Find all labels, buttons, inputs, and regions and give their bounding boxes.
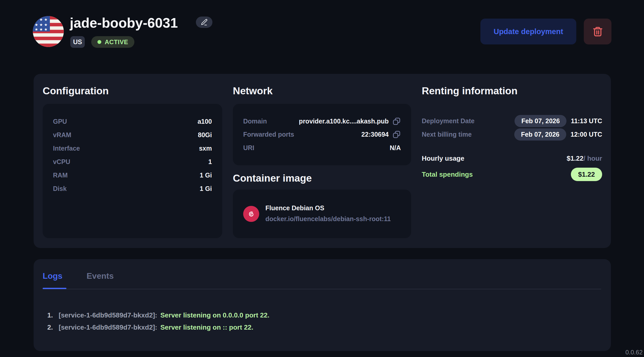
config-row-vram: vRAM 80Gi — [53, 128, 212, 142]
log-message: Server listening on :: port 22. — [160, 323, 253, 331]
total-spendings-label: Total spendings — [422, 170, 473, 178]
forwarded-ports-value: 22:30694 — [361, 131, 389, 138]
copy-icon — [392, 130, 401, 139]
network-row-forwarded-ports: Forwarded ports 22:30694 — [243, 128, 401, 141]
hourly-usage-suffix: / hour — [584, 154, 602, 162]
svg-text:★ ★ ★: ★ ★ ★ — [35, 27, 48, 32]
network-title: Network — [233, 85, 273, 97]
copy-icon — [392, 117, 401, 126]
page-title: jade-booby-6031 — [70, 15, 178, 31]
active-tab-indicator — [43, 288, 66, 289]
next-billing-label: Next billing time — [422, 131, 472, 138]
config-value: 80Gi — [198, 131, 212, 139]
log-source: [service-1-6db9d589d7-bkxd2]: — [59, 323, 157, 331]
pencil-icon — [200, 18, 208, 26]
us-flag-graphic: ★ ★ ★ ★ ★ ★ ★ ★ ★ — [33, 16, 64, 47]
config-row-interface: Interface sxm — [53, 142, 212, 155]
renting-row-deployment-date: Deployment Date Feb 07, 2026 11:13 UTC — [422, 114, 602, 127]
configuration-title: Configuration — [43, 85, 109, 97]
hourly-usage-label: Hourly usage — [422, 154, 464, 162]
config-label: vRAM — [53, 131, 71, 139]
config-label: RAM — [53, 172, 68, 179]
config-value: sxm — [199, 145, 212, 152]
configuration-panel: GPU a100 vRAM 80Gi Interface sxm vCPU 1 … — [43, 104, 222, 238]
log-line: 2. [service-1-6db9d589d7-bkxd2]: Server … — [47, 323, 253, 331]
renting-row-total-spendings: Total spendings $1.22 — [422, 168, 602, 181]
deployment-time: 11:13 UTC — [571, 117, 602, 125]
config-value: 1 — [208, 158, 212, 166]
network-row-domain: Domain provider.a100.kc....akash.pub — [243, 115, 401, 128]
log-line-number: 2. — [47, 323, 59, 331]
update-deployment-button[interactable]: Update deployment — [480, 19, 576, 44]
next-billing-date-pill: Feb 07, 2026 — [514, 128, 566, 141]
tab-events[interactable]: Events — [87, 271, 114, 281]
tab-divider — [43, 289, 601, 289]
network-panel: Domain provider.a100.kc....akash.pub For… — [233, 104, 411, 165]
network-label: Forwarded ports — [243, 131, 294, 138]
hourly-usage-value: $1.22 — [567, 154, 584, 162]
renting-information-title: Renting information — [422, 85, 517, 97]
deployment-date-pill: Feb 07, 2026 — [515, 115, 566, 127]
config-row-disk: Disk 1 Gi — [53, 182, 212, 195]
config-label: vCPU — [53, 158, 70, 166]
network-label: Domain — [243, 118, 267, 125]
network-label: URI — [243, 144, 254, 152]
container-image-name: Fluence Debian OS — [265, 204, 391, 212]
tab-logs[interactable]: Logs — [43, 271, 62, 281]
status-badge: ACTIVE — [91, 36, 134, 48]
app-version: 0.0.62 — [625, 349, 643, 356]
region-badge: US — [70, 36, 85, 48]
logs-card — [34, 259, 611, 351]
copy-ports-button[interactable] — [392, 130, 401, 139]
renting-row-hourly-usage: Hourly usage $1.22/ hour — [422, 152, 602, 164]
deployment-date-label: Deployment Date — [422, 117, 474, 125]
edit-deployment-name-button[interactable] — [196, 17, 212, 28]
log-source: [service-1-6db9d589d7-bkxd2]: — [59, 311, 157, 319]
container-image-title: Container image — [233, 173, 312, 184]
config-label: Disk — [53, 185, 67, 192]
status-badge-label: ACTIVE — [105, 38, 128, 46]
svg-text:★ ★ ★: ★ ★ ★ — [35, 22, 48, 27]
config-label: Interface — [53, 145, 80, 152]
us-flag-icon: ★ ★ ★ ★ ★ ★ ★ ★ ★ — [33, 16, 64, 47]
next-billing-time: 12:00 UTC — [571, 131, 602, 138]
network-row-uri: URI N/A — [243, 141, 401, 154]
deployment-detail-page: ★ ★ ★ ★ ★ ★ ★ ★ ★ jade-booby-6031 US ACT… — [0, 0, 644, 357]
log-line-number: 1. — [47, 311, 59, 319]
renting-row-next-billing: Next billing time Feb 07, 2026 12:00 UTC — [422, 128, 602, 141]
total-spendings-pill: $1.22 — [571, 168, 602, 181]
trash-icon — [592, 26, 603, 37]
config-value: a100 — [197, 118, 212, 125]
circle-dot-icon — [97, 40, 101, 44]
config-row-vcpu: vCPU 1 — [53, 155, 212, 168]
config-value: 1 Gi — [200, 185, 212, 192]
uri-value: N/A — [390, 144, 401, 152]
svg-text:★ ★ ★: ★ ★ ★ — [35, 17, 48, 22]
debian-swirl-icon — [243, 206, 259, 222]
log-message: Server listening on 0.0.0.0 port 22. — [160, 311, 269, 319]
container-image-panel: Fluence Debian OS docker.io/fluencelabs/… — [233, 190, 411, 238]
config-row-ram: RAM 1 Gi — [53, 168, 212, 182]
delete-deployment-button[interactable] — [584, 19, 611, 44]
config-label: GPU — [53, 118, 67, 125]
config-row-gpu: GPU a100 — [53, 115, 212, 128]
domain-value: provider.a100.kc....akash.pub — [299, 118, 389, 125]
config-value: 1 Gi — [200, 172, 212, 179]
copy-domain-button[interactable] — [392, 117, 401, 126]
container-image-path: docker.io/fluencelabs/debian-ssh-root:11 — [265, 214, 391, 223]
log-line: 1. [service-1-6db9d589d7-bkxd2]: Server … — [47, 311, 269, 319]
